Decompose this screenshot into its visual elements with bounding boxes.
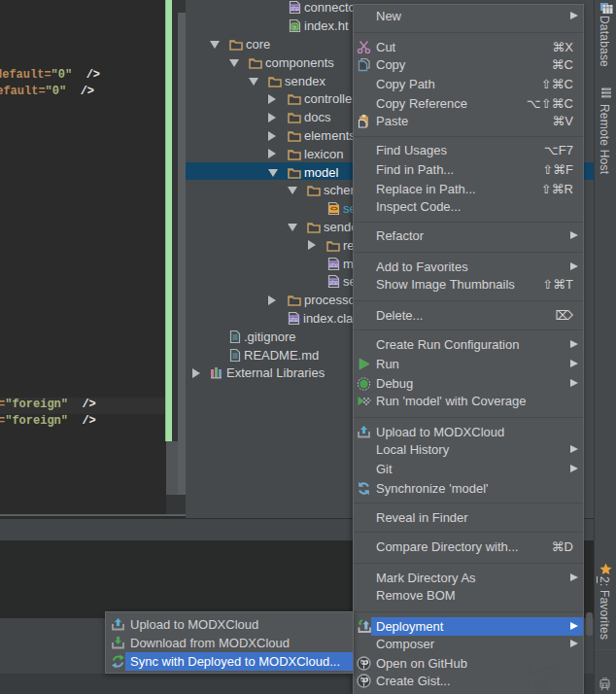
svg-text:<>: <> [330,206,338,213]
svg-text:php: php [329,279,338,285]
svg-text:h: h [293,24,296,31]
svg-text:php: php [290,316,298,322]
svg-text:php: php [291,5,299,11]
svg-text:php: php [329,261,338,267]
